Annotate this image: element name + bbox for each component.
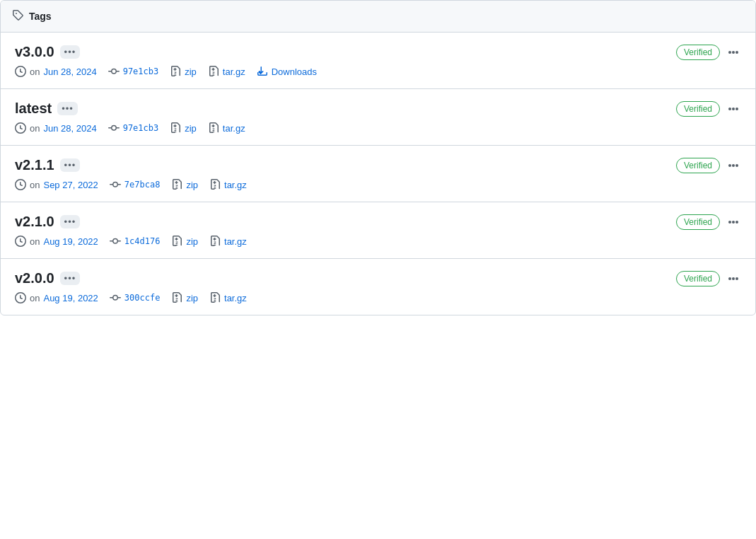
tag-right-area: Verified (676, 158, 741, 173)
dot3 (735, 108, 738, 110)
zip-link[interactable]: zip (185, 66, 197, 77)
dot1 (728, 108, 731, 110)
tag-name: latest (15, 100, 52, 117)
commit-icon (108, 66, 120, 77)
more-options-button[interactable] (726, 50, 741, 55)
tag-row-top: v2.1.0 ••• Verified (15, 214, 741, 230)
zip-icon (171, 179, 182, 190)
verified-badge: Verified (676, 158, 720, 173)
date-meta: on Aug 19, 2022 (15, 292, 98, 303)
commit-link[interactable]: 7e7bca8 (124, 180, 161, 190)
tag-row-top: v2.0.0 ••• Verified (15, 270, 741, 286)
downloads-link[interactable]: Downloads (257, 66, 317, 77)
tag-item: v2.0.0 ••• Verified on Aug 19, (1, 259, 755, 315)
commit-link[interactable]: 300ccfe (124, 293, 161, 303)
clock-icon (15, 122, 26, 134)
downloads-meta: Downloads (257, 66, 317, 77)
targz-icon (208, 66, 219, 77)
commit-meta: 1c4d176 (110, 236, 161, 247)
date-link[interactable]: Sep 27, 2022 (43, 180, 98, 190)
date-link[interactable]: Jun 28, 2024 (43, 66, 96, 77)
on-label: on (30, 123, 40, 134)
tag-meta: on Aug 19, 2022 300ccfe zip tar.gz (15, 292, 741, 303)
zip-meta: zip (171, 292, 198, 303)
tag-item: latest ••• Verified on Jun 28, (1, 89, 755, 146)
tags-container: Tags v3.0.0 ••• Verified (0, 0, 756, 315)
more-options-button[interactable] (726, 276, 741, 282)
commit-meta: 97e1cb3 (108, 66, 159, 77)
on-label: on (30, 236, 40, 247)
on-label: on (30, 66, 40, 77)
tag-row-top: v2.1.1 ••• Verified (15, 157, 741, 173)
tag-item: v3.0.0 ••• Verified on Jun 28, (1, 33, 755, 89)
zip-meta: zip (171, 236, 198, 247)
tag-dots-button[interactable]: ••• (60, 45, 81, 59)
more-options-button[interactable] (726, 163, 741, 168)
tags-list: v3.0.0 ••• Verified on Jun 28, (1, 33, 755, 315)
date-link[interactable]: Aug 19, 2022 (43, 236, 98, 247)
verified-badge: Verified (676, 214, 720, 230)
targz-icon (209, 179, 221, 190)
commit-meta: 7e7bca8 (110, 179, 161, 190)
targz-link[interactable]: tar.gz (224, 180, 247, 190)
zip-link[interactable]: zip (186, 180, 198, 190)
dot2 (732, 277, 735, 280)
zip-meta: zip (171, 179, 198, 190)
date-link[interactable]: Jun 28, 2024 (43, 123, 96, 134)
tag-meta: on Jun 28, 2024 97e1cb3 zip tar.gz (15, 66, 741, 77)
targz-meta: tar.gz (209, 292, 247, 303)
tag-name-area: v2.1.1 ••• (15, 157, 80, 173)
tag-right-area: Verified (676, 271, 741, 286)
targz-meta: tar.gz (209, 179, 247, 190)
commit-meta: 300ccfe (110, 292, 161, 303)
dot3 (735, 164, 738, 167)
dot3 (735, 221, 738, 224)
tag-dots-button[interactable]: ••• (60, 272, 81, 285)
dot2 (732, 51, 735, 54)
zip-icon (170, 66, 181, 77)
on-label: on (30, 180, 40, 190)
zip-link[interactable]: zip (186, 236, 198, 247)
targz-link[interactable]: tar.gz (224, 236, 247, 247)
targz-icon (209, 236, 221, 247)
verified-badge: Verified (676, 271, 720, 286)
clock-icon (15, 236, 26, 247)
clock-icon (15, 66, 26, 77)
verified-badge: Verified (676, 45, 720, 60)
targz-link[interactable]: tar.gz (224, 293, 247, 303)
zip-link[interactable]: zip (186, 293, 198, 303)
targz-link[interactable]: tar.gz (223, 66, 245, 77)
more-options-button[interactable] (726, 219, 741, 225)
zip-icon (170, 122, 181, 134)
download-icon (257, 66, 268, 77)
tag-dots-button[interactable]: ••• (57, 102, 78, 115)
zip-icon (171, 292, 182, 303)
commit-icon (110, 179, 121, 190)
tag-name-area: v2.0.0 ••• (15, 270, 80, 286)
tag-dots-button[interactable]: ••• (60, 215, 81, 228)
verified-badge: Verified (676, 101, 720, 117)
tag-item: v2.1.0 ••• Verified on Aug 19, (1, 202, 755, 259)
zip-link[interactable]: zip (185, 123, 197, 134)
tag-name-area: v2.1.0 ••• (15, 214, 80, 230)
commit-link[interactable]: 1c4d176 (124, 236, 161, 246)
zip-meta: zip (170, 122, 197, 134)
tag-dots-button[interactable]: ••• (60, 158, 81, 172)
more-options-button[interactable] (726, 106, 741, 112)
tag-name-area: latest ••• (15, 100, 78, 117)
dot1 (728, 221, 731, 224)
commit-link[interactable]: 97e1cb3 (123, 123, 159, 133)
tag-name: v2.1.0 (15, 214, 54, 230)
zip-meta: zip (170, 66, 197, 77)
zip-icon (171, 236, 182, 247)
tags-header: Tags (1, 1, 755, 33)
date-link[interactable]: Aug 19, 2022 (43, 293, 98, 303)
clock-icon (15, 292, 26, 303)
commit-link[interactable]: 97e1cb3 (123, 66, 159, 76)
targz-link[interactable]: tar.gz (223, 123, 245, 134)
commit-icon (108, 122, 120, 134)
tag-name: v2.0.0 (15, 270, 54, 286)
date-meta: on Sep 27, 2022 (15, 179, 98, 190)
tag-name-area: v3.0.0 ••• (15, 44, 80, 60)
commit-meta: 97e1cb3 (108, 122, 159, 134)
